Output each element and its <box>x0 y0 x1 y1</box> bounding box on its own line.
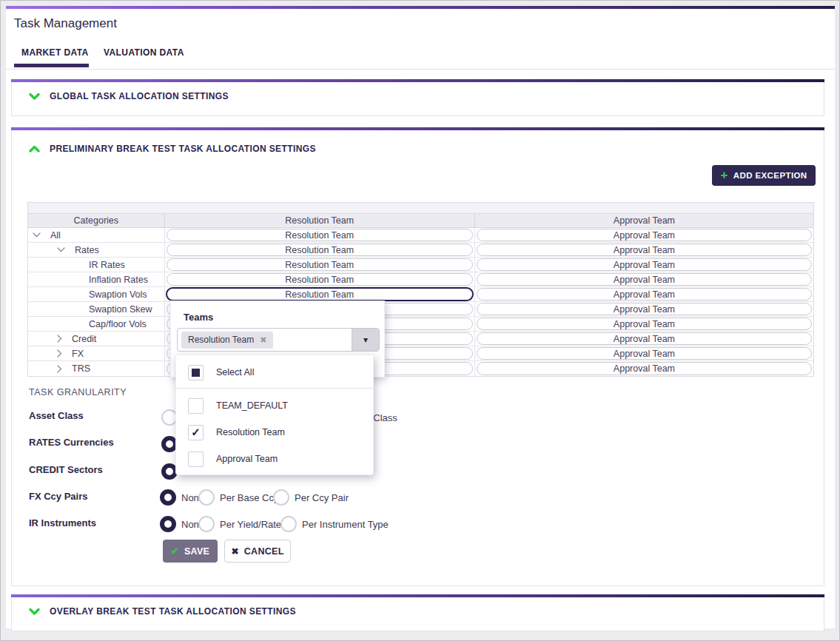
fx-ccy-pairs-label: FX Ccy Pairs <box>29 491 88 502</box>
resolution-team-field-focused[interactable]: Resolution Team <box>166 287 474 301</box>
teams-multiselect-field[interactable]: Resolution Team ✖ ▾ <box>177 328 380 352</box>
section-overlay-break-test: OVERLAY BREAK TEST TASK ALLOCATION SETTI… <box>11 594 824 631</box>
credit-sectors-label: CREDIT Sectors <box>29 464 103 475</box>
ir-per-instrument-type-radio[interactable] <box>280 516 297 532</box>
approval-team-field[interactable]: Approval Team <box>477 347 812 360</box>
table-row: Swaption Vols Resolution Team Approval T… <box>28 287 813 302</box>
selected-team-chip: Resolution Team ✖ <box>181 332 273 349</box>
section-preliminary-break-test: PRELIMINARY BREAK TEST TASK ALLOCATION S… <box>11 127 824 586</box>
caret-down-icon: ▾ <box>363 335 368 345</box>
category-label: FX <box>72 349 84 359</box>
option-team-default[interactable]: TEAM_DEFAULT <box>176 393 373 418</box>
ir-per-yield-rates-label[interactable]: Per Yield/Rates <box>220 519 286 530</box>
chevron-right-icon[interactable] <box>57 335 62 343</box>
check-icon: ✔ <box>171 546 179 557</box>
section-accent-bar <box>11 127 824 130</box>
checkbox-empty-icon[interactable] <box>188 398 204 414</box>
section-title: PRELIMINARY BREAK TEST TASK ALLOCATION S… <box>50 144 316 154</box>
category-label: Cap/floor Vols <box>89 319 147 329</box>
checkbox-indeterminate-icon[interactable] <box>188 365 204 380</box>
section-title: GLOBAL TASK ALLOCATION SETTINGS <box>50 91 229 101</box>
approval-team-field[interactable]: Approval Team <box>477 332 812 345</box>
option-label: Resolution Team <box>216 427 285 437</box>
option-resolution-team[interactable]: ✓ Resolution Team <box>176 420 373 445</box>
resolution-team-field[interactable]: Resolution Team <box>167 244 473 256</box>
approval-team-field[interactable]: Approval Team <box>477 288 812 301</box>
save-button[interactable]: ✔ SAVE <box>163 540 218 563</box>
table-row: FX Resolution Team Approval Team <box>28 346 813 361</box>
option-select-all[interactable]: Select All <box>176 360 373 385</box>
table-row: Swaption Skew Resolution Team Approval T… <box>28 302 813 317</box>
section-overlay-header[interactable]: OVERLAY BREAK TEST TASK ALLOCATION SETTI… <box>29 606 296 617</box>
teams-popup-label: Teams <box>184 312 213 323</box>
chevron-down-icon <box>29 93 40 101</box>
approval-team-field[interactable]: Approval Team <box>477 244 812 256</box>
section-preliminary-header[interactable]: PRELIMINARY BREAK TEST TASK ALLOCATION S… <box>29 144 316 154</box>
section-global-header[interactable]: GLOBAL TASK ALLOCATION SETTINGS <box>29 91 229 101</box>
table-row: All Resolution Team Approval Team <box>28 228 813 243</box>
approval-team-field[interactable]: Approval Team <box>477 229 812 241</box>
approval-team-field[interactable]: Approval Team <box>477 273 812 286</box>
ir-per-yield-rates-radio[interactable] <box>198 516 215 532</box>
category-label: All <box>50 230 61 241</box>
table-row: Credit Resolution Team Approval Team <box>28 332 813 346</box>
top-accent-bar <box>6 6 835 9</box>
section-accent-bar <box>11 79 824 82</box>
approval-team-field[interactable]: Approval Team <box>477 258 812 271</box>
list-divider <box>176 388 373 389</box>
column-header-approval: Approval Team <box>475 214 813 227</box>
chevron-down-icon[interactable] <box>57 247 65 252</box>
fx-per-ccy-pair-label[interactable]: Per Ccy Pair <box>295 492 349 503</box>
table-row: Inflation Rates Resolution Team Approval… <box>28 272 813 287</box>
resolution-team-field[interactable]: Resolution Team <box>167 273 473 286</box>
option-label: Approval Team <box>216 454 278 464</box>
table-row: TRS Resolution Team Approval Team <box>28 361 813 376</box>
tab-valuation-data[interactable]: VALUATION DATA <box>104 47 184 58</box>
column-header-categories: Categories <box>28 214 165 227</box>
cancel-label: CANCEL <box>244 546 284 557</box>
section-accent-bar <box>11 594 824 597</box>
task-granularity-heading: TASK GRANULARITY <box>29 387 127 397</box>
ir-none-radio[interactable] <box>160 516 176 532</box>
category-label: Credit <box>72 334 96 344</box>
approval-team-field[interactable]: Approval Team <box>477 362 812 375</box>
checkbox-empty-icon[interactable] <box>188 452 204 467</box>
save-label: SAVE <box>184 546 209 557</box>
category-label: Swaption Vols <box>89 289 147 300</box>
fx-none-radio[interactable] <box>160 489 176 506</box>
add-exception-label: ADD EXCEPTION <box>733 171 807 180</box>
tab-market-data[interactable]: MARKET DATA <box>21 47 89 58</box>
resolution-team-field[interactable]: Resolution Team <box>167 258 473 271</box>
column-header-resolution: Resolution Team <box>165 214 475 227</box>
option-approval-team[interactable]: Approval Team <box>176 446 373 471</box>
approval-team-field[interactable]: Approval Team <box>477 318 812 330</box>
table-row: Rates Resolution Team Approval Team <box>28 243 813 258</box>
chevron-right-icon[interactable] <box>57 365 62 373</box>
fx-per-ccy-pair-radio[interactable] <box>273 489 289 506</box>
option-label: TEAM_DEFAULT <box>216 400 288 411</box>
chip-remove-icon[interactable]: ✖ <box>260 335 266 345</box>
approval-team-field[interactable]: Approval Team <box>477 303 812 315</box>
category-label: TRS <box>72 363 90 374</box>
allocation-table: Categories Resolution Team Approval Team… <box>27 202 814 377</box>
add-exception-button[interactable]: + ADD EXCEPTION <box>712 165 816 186</box>
ir-per-instrument-type-label[interactable]: Per Instrument Type <box>302 519 389 530</box>
category-label: IR Rates <box>89 260 125 270</box>
chevron-down-icon[interactable] <box>33 232 41 238</box>
active-tab-underline <box>14 64 89 67</box>
option-label: Select All <box>216 367 254 377</box>
category-label: Rates <box>75 245 99 255</box>
page-title: Task Management <box>14 16 117 31</box>
fx-per-base-ccy-label[interactable]: Per Base Ccy <box>220 492 278 503</box>
resolution-team-field[interactable]: Resolution Team <box>167 229 473 241</box>
fx-per-base-ccy-radio[interactable] <box>198 489 215 506</box>
main-panel: Task Management MARKET DATA VALUATION DA… <box>6 6 835 628</box>
teams-dropdown-list: Select All TEAM_DEFAULT ✓ Resolution Tea… <box>175 355 374 475</box>
checkbox-checked-icon[interactable]: ✓ <box>188 425 204 440</box>
dropdown-toggle-button[interactable]: ▾ <box>352 329 379 351</box>
asset-class-label: Asset Class <box>29 410 84 421</box>
chevron-right-icon[interactable] <box>57 349 62 358</box>
chip-label: Resolution Team <box>188 335 254 345</box>
table-row: Cap/floor Vols Resolution Team Approval … <box>28 317 813 332</box>
cancel-button[interactable]: ✖ CANCEL <box>224 540 291 563</box>
